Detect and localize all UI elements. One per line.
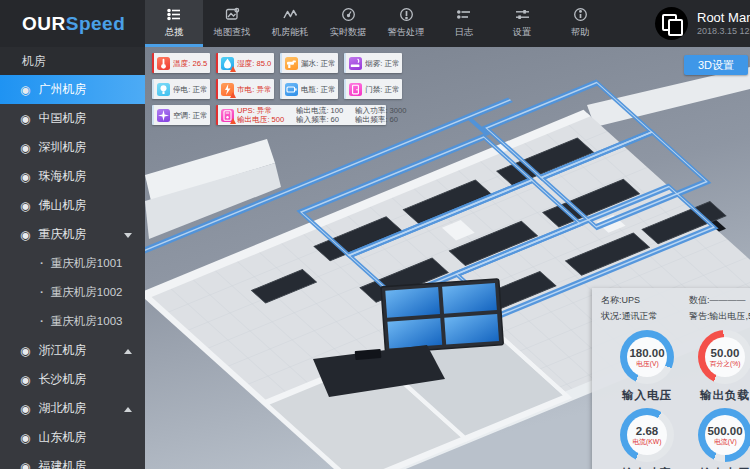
warning-icon <box>230 66 236 72</box>
badge-smoke[interactable]: 烟雾: 正常 <box>344 53 402 73</box>
video-wall <box>381 279 503 353</box>
smoke-icon <box>349 57 362 70</box>
sidebar-item-foshan[interactable]: ◉佛山机房 <box>0 191 145 220</box>
room-icon: ◉ <box>20 199 30 213</box>
room-label: 广州机房 <box>38 82 86 96</box>
room-label: 长沙机房 <box>38 372 86 386</box>
badge-humidity[interactable]: 湿度: 85.0 <box>216 53 274 73</box>
gauge-label: 输出负载 <box>686 388 750 403</box>
tab-help[interactable]: 帮助 <box>551 0 609 47</box>
gauge-input-voltage: 180.00电压(V) 输入电压 <box>608 330 686 403</box>
badge-temperature[interactable]: 温度: 26.5 <box>152 53 210 73</box>
sidebar-item-fujian[interactable]: ◉福建机房 <box>0 452 145 469</box>
log-icon <box>457 7 472 22</box>
door-icon <box>349 83 362 96</box>
badge-text: 湿度: 85.0 <box>237 58 271 68</box>
tab-map-search[interactable]: 地图查找 <box>203 0 261 47</box>
tab-label: 实时数据 <box>321 26 374 39</box>
status-badges: 温度: 26.5 湿度: 85.0 漏水: 正常 烟雾: 正常 <box>152 53 408 131</box>
fan-icon <box>157 109 170 122</box>
gauge-arc: 500.00电流(V) <box>698 408 750 462</box>
room-label: 福建机房 <box>38 459 86 469</box>
badge-mains-power[interactable]: 市电: 异常 <box>216 79 274 99</box>
gauge-label: 输入电压 <box>608 388 686 403</box>
tab-alert-handling[interactable]: 警告处理 <box>377 0 435 47</box>
sidebar-item-chongqing1003[interactable]: 重庆机房1003 <box>0 307 145 336</box>
chevron-up-icon[interactable] <box>124 349 132 354</box>
panel-name: 名称:UPS <box>601 294 689 307</box>
room-label: 山东机房 <box>38 430 86 444</box>
room-icon: ◉ <box>20 373 30 387</box>
tab-overview[interactable]: 总揽 <box>145 0 203 47</box>
room-icon: ◉ <box>20 170 30 184</box>
faucet-icon <box>285 57 298 70</box>
gauge-output-load: 50.00百分之(%) 输出负载 <box>686 330 750 403</box>
list-icon <box>167 7 182 22</box>
badge-text: 空调: 正常 <box>173 110 208 120</box>
user-info[interactable]: Root Man 2018.3.15 12: <box>655 7 750 40</box>
badge-power-outage[interactable]: 停电: 正常 <box>152 79 210 99</box>
sidebar-title: 机房 <box>0 47 145 75</box>
sidebar-item-shandong[interactable]: ◉山东机房 <box>0 423 145 452</box>
sidebar-item-zhuhai[interactable]: ◉珠海机房 <box>0 162 145 191</box>
gauge-arc: 180.00电压(V) <box>620 330 674 384</box>
tab-settings[interactable]: 设置 <box>493 0 551 47</box>
main-3d-view: 温度: 26.5 湿度: 85.0 漏水: 正常 烟雾: 正常 <box>145 47 750 469</box>
droplet-icon <box>221 57 234 70</box>
room-sidebar: 机房 ◉广州机房 ◉中国机房 ◉深圳机房 ◉珠海机房 ◉佛山机房 ◉重庆机房 重… <box>0 47 145 469</box>
badge-text: 电瓶: 正常 <box>301 84 336 94</box>
tab-logs[interactable]: 日志 <box>435 0 493 47</box>
badge-air-conditioning[interactable]: 空调: 正常 <box>152 105 210 125</box>
sidebar-item-guangzhou[interactable]: ◉广州机房 <box>0 75 145 104</box>
room-icon: ◉ <box>20 141 30 155</box>
room-icon: ◉ <box>20 431 30 445</box>
gauge-grid: 180.00电压(V) 输入电压 50.00百分之(%) 输出负载 2.68电流… <box>601 330 750 469</box>
sidebar-item-shenzhen[interactable]: ◉深圳机房 <box>0 133 145 162</box>
sidebar-item-zhejiang[interactable]: ◉浙江机房 <box>0 336 145 365</box>
datetime-label: 2018.3.15 12: <box>697 25 750 37</box>
panel-status: 状况:通讯正常 <box>601 310 689 323</box>
badge-water-leak[interactable]: 漏水: 正常 <box>280 53 338 73</box>
sidebar-item-chongqing[interactable]: ◉重庆机房 <box>0 220 145 249</box>
badge-battery[interactable]: 电瓶: 正常 <box>280 79 338 99</box>
room-label: 重庆机房1001 <box>51 257 123 269</box>
chevron-down-icon[interactable] <box>124 233 132 238</box>
tab-label: 地图查找 <box>205 26 258 39</box>
badge-text: 温度: 26.5 <box>173 58 207 68</box>
gauge-output-power: 2.68电流(KW) 输出功率 <box>608 408 686 469</box>
ups-input-frequency: 输入频率: 60 <box>296 115 343 124</box>
tab-realtime-data[interactable]: 实时数据 <box>319 0 377 47</box>
room-icon: ◉ <box>20 228 30 242</box>
gauge-value: 180.00 <box>629 347 664 359</box>
room-label: 浙江机房 <box>38 343 86 357</box>
gauge-icon <box>341 7 356 22</box>
sidebar-item-chongqing1002[interactable]: 重庆机房1002 <box>0 278 145 307</box>
lightning-icon <box>221 83 234 96</box>
badge-ups[interactable]: UPS: 异常 输出电压: 500 输出电流: 100 输入频率: 60 输入功… <box>216 105 386 125</box>
badge-door-access[interactable]: 门禁: 正常 <box>344 79 402 99</box>
tab-energy[interactable]: 机房能耗 <box>261 0 319 47</box>
tab-label: 日志 <box>437 26 490 39</box>
panel-value: 数值:———— <box>689 294 750 307</box>
room-icon: ◉ <box>20 460 30 469</box>
room-label: 湖北机房 <box>38 401 86 415</box>
ups-output-voltage: 输出电压: 500 <box>237 115 284 124</box>
settings-icon <box>515 7 530 22</box>
ups-status: UPS: 异常 <box>237 106 284 115</box>
gauge-value: 50.00 <box>711 347 740 359</box>
chevron-up-icon[interactable] <box>124 407 132 412</box>
sidebar-item-hubei[interactable]: ◉湖北机房 <box>0 394 145 423</box>
gauge-value: 500.00 <box>707 425 742 437</box>
ups-detail-panel: 名称:UPS 数值:———— 状况:通讯正常 警告:输出电压,500.00,20… <box>592 288 750 469</box>
sidebar-item-changsha[interactable]: ◉长沙机房 <box>0 365 145 394</box>
3d-settings-button[interactable]: 3D设置 <box>684 55 748 75</box>
battery-icon <box>285 83 298 96</box>
app-logo: OURSpeed <box>22 0 125 47</box>
gauge-arc: 2.68电流(KW) <box>620 408 674 462</box>
sidebar-item-zhongguo[interactable]: ◉中国机房 <box>0 104 145 133</box>
badge-text: 门禁: 正常 <box>365 84 400 94</box>
map-search-icon <box>225 7 240 22</box>
room-icon: ◉ <box>20 344 30 358</box>
room-label: 中国机房 <box>38 111 86 125</box>
sidebar-item-chongqing1001[interactable]: 重庆机房1001 <box>0 249 145 278</box>
